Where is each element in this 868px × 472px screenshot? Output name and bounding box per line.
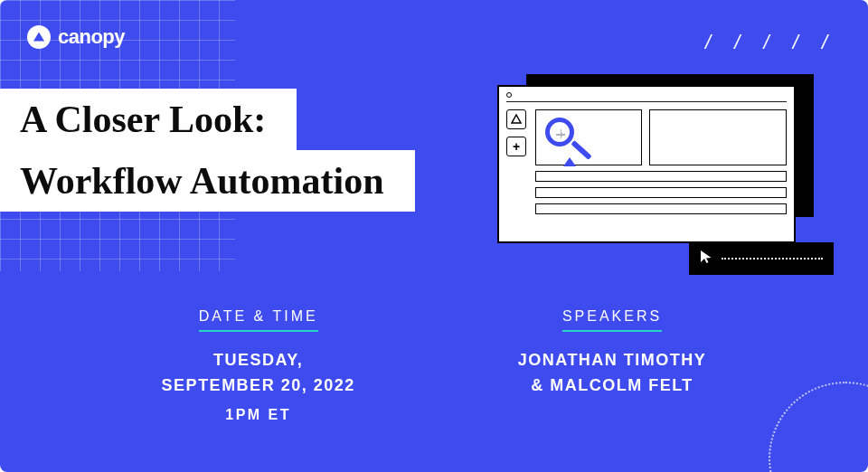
brand-mark-icon	[27, 25, 51, 49]
cursor-icon	[700, 250, 712, 268]
dotted-line-icon	[722, 258, 823, 260]
window-dot-icon	[506, 92, 512, 98]
title-line-1: A Closer Look:	[0, 89, 297, 150]
speakers-value: JONATHAN TIMOTHY & MALCOLM FELT	[518, 348, 707, 399]
info-row: DATE & TIME TUESDAY, SEPTEMBER 20, 2022 …	[0, 308, 868, 427]
content-pane-search	[535, 109, 642, 165]
content-row-3	[535, 203, 787, 214]
title-line-2: Workflow Automation	[0, 150, 415, 212]
speakers-block: SPEAKERS JONATHAN TIMOTHY & MALCOLM FELT	[518, 308, 707, 427]
illustration-titlebar	[506, 92, 787, 102]
content-row-2	[535, 187, 787, 198]
speaker-line-2: & MALCOLM FELT	[531, 376, 693, 394]
sidebar-tile-plus-icon: +	[506, 137, 526, 156]
speakers-label: SPEAKERS	[562, 308, 662, 332]
browser-illustration: +	[497, 74, 814, 271]
illustration-window: +	[497, 85, 796, 243]
sidebar-tile-triangle-icon	[506, 109, 526, 129]
slashes-decoration: / / / / /	[705, 31, 836, 54]
illustration-sidebar: +	[506, 109, 528, 214]
speaker-line-1: JONATHAN TIMOTHY	[518, 351, 707, 369]
date-time-label: DATE & TIME	[199, 308, 318, 332]
date-time-block: DATE & TIME TUESDAY, SEPTEMBER 20, 2022 …	[162, 308, 355, 427]
illustration-content	[535, 109, 787, 214]
date-line-1: TUESDAY,	[213, 351, 303, 369]
promo-card: / / / / / canopy A Closer Look: Workflow…	[0, 0, 868, 472]
date-line-2: SEPTEMBER 20, 2022	[162, 376, 355, 394]
date-time-value: TUESDAY, SEPTEMBER 20, 2022 1PM ET	[162, 348, 355, 427]
magnifier-icon	[545, 118, 574, 146]
pointer-triangle-icon	[563, 157, 576, 166]
content-pane-main	[649, 109, 787, 165]
date-line-3: 1PM ET	[162, 404, 355, 427]
cursor-badge	[689, 242, 834, 275]
brand-name: canopy	[58, 25, 125, 49]
content-row-1	[535, 171, 787, 182]
brand-logo: canopy	[27, 25, 125, 49]
